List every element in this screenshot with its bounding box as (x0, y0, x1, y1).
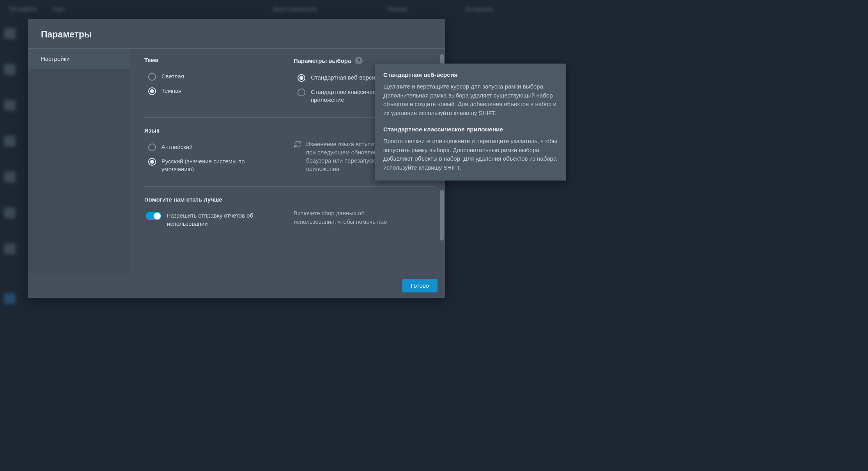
radio-label: Стандартное классическое приложение (311, 88, 385, 104)
toggle-label: Разрешить отправку отчетов об использова… (167, 211, 264, 228)
col-size: Размер (387, 5, 407, 16)
radio-icon (148, 73, 156, 81)
radio-icon (148, 87, 156, 95)
radio-label: Стандартная веб-версия (311, 74, 378, 81)
radio-label: Английский (161, 143, 193, 151)
refresh-icon (294, 140, 301, 148)
usage-reports-toggle[interactable] (146, 212, 161, 220)
modal-sidebar: Настройки (28, 49, 130, 273)
language-english-option[interactable]: Английский (144, 140, 286, 154)
done-button[interactable]: Готово (402, 279, 438, 292)
tooltip-body-web: Щелкните и перетащите курсор для запуска… (383, 82, 558, 117)
help-icon[interactable]: ? (355, 57, 363, 64)
radio-icon (298, 74, 305, 82)
radio-label: Темная (161, 87, 182, 95)
sidebar-item-settings[interactable]: Настройки (28, 49, 130, 69)
radio-icon (298, 89, 305, 96)
sidebar-item-label: Настройки (41, 55, 70, 62)
usage-reports-description: Включите сбор данных об использовании, ч… (294, 209, 395, 226)
tooltip-title-web: Стандартная веб-версия (383, 71, 558, 78)
radio-icon (148, 158, 156, 166)
theme-heading: Тема (144, 57, 286, 63)
radio-icon (148, 143, 156, 151)
tooltip-body-classic: Просто щелкните или щелкните и перетащит… (383, 137, 558, 172)
help-us-heading: Помогите нам стать лучше (144, 196, 435, 203)
modal-title: Параметры (41, 29, 432, 40)
col-modified: Дата изменения (273, 5, 317, 16)
language-russian-option[interactable]: Русский (значение системы по умолчанию) (144, 154, 286, 177)
radio-label: Светлая (161, 73, 184, 80)
col-owner: Владелец (466, 5, 493, 16)
file-list-header: Тип файла Имя Дата изменения Размер Влад… (0, 5, 579, 16)
file-list-rows (4, 23, 27, 304)
col-name: Имя (53, 5, 64, 16)
selection-heading: Параметры выбора ? (294, 57, 435, 64)
modal-footer: Готово (28, 273, 445, 298)
theme-dark-option[interactable]: Темная (144, 84, 286, 98)
modal-header: Параметры (28, 19, 445, 49)
tooltip-title-classic: Стандартное классическое приложение (383, 126, 558, 133)
col-filetype: Тип файла (8, 5, 37, 16)
radio-label: Русский (значение системы по умолчанию) (161, 158, 267, 174)
selection-help-tooltip: Стандартная веб-версия Щелкните и перета… (375, 64, 566, 181)
theme-light-option[interactable]: Светлая (144, 69, 286, 84)
